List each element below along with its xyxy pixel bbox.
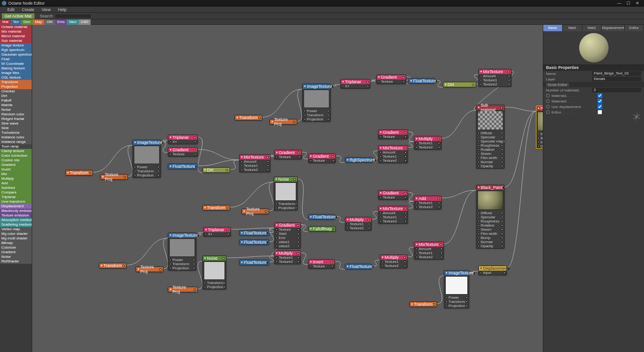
node-output-port[interactable]	[196, 165, 196, 168]
node-output-port[interactable]	[373, 266, 374, 268]
prop-editor-radio[interactable]	[546, 110, 550, 114]
node-multiply3[interactable]: ▾MultiplyTexture1Texture2	[274, 250, 301, 264]
node-input-row[interactable]: Input	[479, 271, 506, 275]
node-input-row[interactable]: Amount	[479, 74, 511, 78]
param-port[interactable]	[440, 252, 443, 254]
node-output-port[interactable]	[159, 268, 161, 271]
node-input-row[interactable]: Texture	[309, 159, 335, 163]
node-input-row[interactable]: Rotation	[477, 223, 504, 227]
collapse-icon[interactable]: ▾	[271, 120, 273, 124]
param-port[interactable]	[501, 224, 503, 227]
category-med[interactable]: Med	[67, 19, 79, 25]
node-output-port[interactable]	[265, 210, 267, 213]
palette-gaussian-spectrum[interactable]: Gaussian spectrum	[0, 52, 32, 57]
param-port[interactable]	[501, 228, 503, 231]
node-input-row[interactable]: Texture2	[414, 255, 443, 259]
node-transform5[interactable]: ▾Transform	[409, 301, 437, 307]
input-port[interactable]	[134, 166, 136, 168]
param-port[interactable]	[224, 286, 226, 288]
node-input-row[interactable]: Amount	[240, 159, 270, 164]
param-port[interactable]	[157, 166, 160, 168]
collapse-icon[interactable]: ▾	[243, 210, 245, 213]
prop-material2-radio[interactable]	[546, 99, 550, 103]
node-noise2[interactable]: ▾NoiseTransformProjection	[202, 255, 226, 290]
node-output-port[interactable]	[404, 147, 406, 149]
param-port[interactable]	[501, 212, 503, 214]
palette-triplanar[interactable]: Triplanar	[0, 195, 32, 199]
param-port[interactable]	[404, 216, 407, 218]
palette-toon-ramp[interactable]: Toon ramp	[0, 144, 32, 149]
collapse-icon[interactable]: ▾	[241, 240, 243, 244]
node-input-row[interactable]: Amount	[379, 211, 408, 215]
node-input-row[interactable]: Texture2	[414, 145, 441, 149]
param-port[interactable]	[227, 233, 230, 235]
node-input-row[interactable]: Normal	[477, 160, 504, 164]
input-port[interactable]	[276, 261, 278, 263]
param-port[interactable]	[298, 156, 300, 158]
prop-name-value[interactable]: Paint_Beige_Text_03	[592, 71, 641, 76]
input-port[interactable]	[477, 228, 480, 231]
input-port[interactable]	[275, 203, 277, 205]
param-port[interactable]	[332, 159, 334, 162]
node-gradient2[interactable]: ▾GradientTexture	[376, 74, 406, 84]
node-input-row[interactable]: Diffuse	[477, 131, 504, 135]
palette-projection[interactable]: Projection	[0, 85, 32, 89]
input-port[interactable]	[381, 261, 384, 263]
palette-sine-wave[interactable]: Sine wave	[0, 121, 32, 126]
node-output-port[interactable]	[267, 261, 268, 264]
input-port[interactable]	[381, 265, 384, 267]
node-input-row[interactable]: Start	[275, 232, 300, 236]
input-port[interactable]	[445, 301, 448, 303]
node-output-port[interactable]	[402, 76, 404, 79]
node-input-row[interactable]: Input1	[536, 132, 543, 136]
param-port[interactable]	[466, 305, 468, 307]
prop-material2-check[interactable]	[598, 99, 602, 103]
collapse-icon[interactable]: ▾	[241, 155, 243, 159]
node-header[interactable]: ▾Gradient	[275, 223, 300, 227]
node-header[interactable]: ▾Gradient	[377, 75, 406, 79]
input-port[interactable]	[537, 133, 540, 135]
category-mat[interactable]: Mat	[0, 19, 11, 25]
node-transform2[interactable]: ▾Transform	[235, 115, 262, 120]
input-port[interactable]	[304, 118, 306, 120]
node-input-row[interactable]: Texture1	[275, 255, 300, 260]
tab-editor[interactable]: Editor	[625, 25, 644, 31]
palette-instance-range[interactable]: Instance range	[0, 140, 32, 144]
input-port[interactable]	[275, 207, 277, 209]
node-header[interactable]: ▾Triplanar	[204, 227, 230, 232]
node-input-row[interactable]: Texture2	[379, 219, 408, 223]
collapse-icon[interactable]: ▾	[170, 136, 172, 139]
node-input-row[interactable]: Displacement	[536, 144, 543, 148]
minimize-button[interactable]: —	[615, 1, 624, 6]
node-textureProj3[interactable]: ▾Texture Proj	[242, 209, 269, 214]
param-port[interactable]	[501, 132, 503, 134]
node-input-row[interactable]: Normal	[477, 240, 504, 244]
input-port[interactable]	[169, 267, 172, 269]
node-gradient3[interactable]: ▾GradientTexture	[274, 150, 302, 159]
node-header[interactable]: ▾Gradient	[309, 154, 335, 159]
palette-absorption-medium[interactable]: Absorption medium	[0, 218, 32, 222]
get-active-mat-button[interactable]: Get Active Mat	[2, 13, 34, 19]
param-port[interactable]	[295, 207, 297, 209]
node-header[interactable]: ▾Gradient	[379, 130, 408, 135]
palette-osl-texture[interactable]: OSL texture	[0, 75, 32, 80]
collapse-icon[interactable]: ▾	[445, 83, 447, 86]
collapse-icon[interactable]: ▾	[416, 197, 418, 200]
node-noise1[interactable]: ▾NoiseTransformProjection	[274, 176, 298, 210]
collapse-icon[interactable]: ▾	[276, 177, 277, 181]
node-output-port[interactable]	[404, 208, 406, 210]
node-input-row[interactable]: Texture2	[379, 159, 408, 163]
node-header[interactable]: ▾Multiply	[380, 255, 407, 260]
collapse-icon[interactable]: ▾	[170, 165, 172, 168]
node-input-row[interactable]: Transform	[133, 169, 161, 173]
node-header[interactable]: ▾FloatTexture	[240, 231, 269, 235]
node-input-row[interactable]: Amount	[414, 247, 443, 251]
node-input-row[interactable]: Transform	[168, 262, 196, 266]
node-input-row[interactable]: Amount	[379, 150, 408, 154]
param-port[interactable]	[404, 220, 407, 222]
input-port[interactable]	[169, 263, 172, 265]
node-input-row[interactable]: Transform	[444, 300, 469, 304]
palette-multiply[interactable]: Multiply	[0, 176, 32, 181]
node-output-port[interactable]	[226, 207, 228, 209]
collapse-icon[interactable]: ▾	[538, 107, 540, 110]
